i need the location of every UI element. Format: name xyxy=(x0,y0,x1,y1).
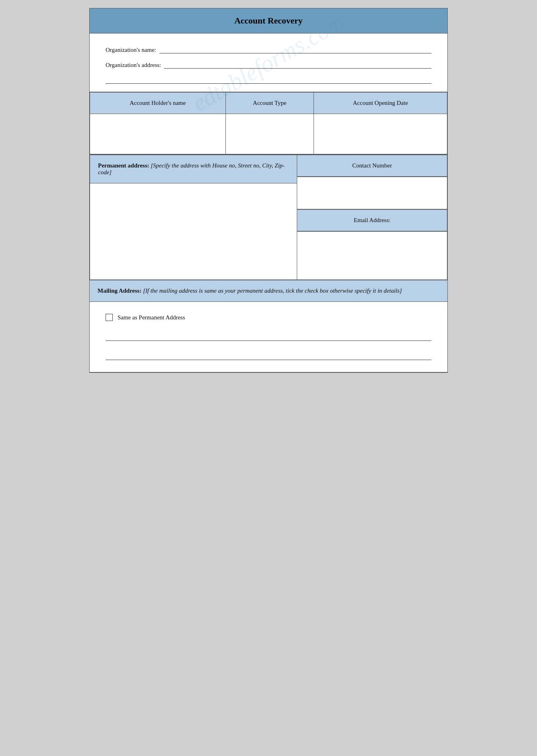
email-address-header-cell: Email Address: xyxy=(297,210,447,232)
address-contact-table: Permanent address: [Specify the address … xyxy=(90,155,447,280)
org-address-extra-line[interactable] xyxy=(106,76,431,84)
col-account-type: Account Type xyxy=(225,93,314,114)
form-title: Account Recovery xyxy=(90,8,447,33)
perm-address-bold: Permanent address: xyxy=(98,162,149,169)
account-table: Account Holder's name Account Type Accou… xyxy=(90,92,447,154)
col-opening-date: Account Opening Date xyxy=(314,93,447,114)
account-type-cell[interactable] xyxy=(225,114,314,154)
mailing-address-italic: [If the mailing address is same as your … xyxy=(141,287,402,294)
holder-name-cell[interactable] xyxy=(90,114,226,154)
col-holder-name: Account Holder's name xyxy=(90,93,226,114)
email-address-body-cell xyxy=(297,232,447,280)
contact-number-header-cell: Contact Number xyxy=(297,155,447,177)
mailing-line-2[interactable] xyxy=(106,352,431,360)
table-row xyxy=(90,114,447,154)
perm-address-header: Permanent address: [Specify the address … xyxy=(90,155,297,183)
org-section: edtableforms.com Organization's name: Or… xyxy=(90,33,447,92)
mailing-address-bold: Mailing Address: xyxy=(98,287,141,294)
org-name-input[interactable] xyxy=(159,45,431,53)
mailing-address-header: Mailing Address: [If the mailing address… xyxy=(90,280,447,302)
address-contact-section: Permanent address: [Specify the address … xyxy=(90,155,447,280)
mailing-address-section: Mailing Address: [If the mailing address… xyxy=(90,280,447,372)
org-address-input[interactable] xyxy=(164,61,431,69)
org-address-field: Organization's address: xyxy=(106,61,431,69)
same-as-permanent-row: Same as Permanent Address xyxy=(106,314,431,321)
mailing-address-body: Same as Permanent Address xyxy=(90,302,447,372)
same-as-permanent-label: Same as Permanent Address xyxy=(118,314,185,321)
email-address-input[interactable] xyxy=(297,232,447,280)
permanent-address-cell: Permanent address: [Specify the address … xyxy=(90,155,297,280)
account-table-section: Account Holder's name Account Type Accou… xyxy=(90,92,447,155)
org-address-label: Organization's address: xyxy=(106,62,161,69)
opening-date-cell[interactable] xyxy=(314,114,447,154)
org-name-label: Organization's name: xyxy=(106,47,156,53)
org-name-field: Organization's name: xyxy=(106,45,431,53)
mailing-line-1[interactable] xyxy=(106,333,431,341)
form-page: Account Recovery edtableforms.com Organi… xyxy=(89,8,448,373)
perm-address-body[interactable] xyxy=(90,183,297,215)
email-address-label: Email Address: xyxy=(297,210,447,231)
contact-number-input[interactable] xyxy=(297,177,447,209)
contact-number-body-cell xyxy=(297,177,447,210)
contact-number-label: Contact Number xyxy=(297,155,447,177)
same-as-permanent-checkbox[interactable] xyxy=(106,314,113,321)
